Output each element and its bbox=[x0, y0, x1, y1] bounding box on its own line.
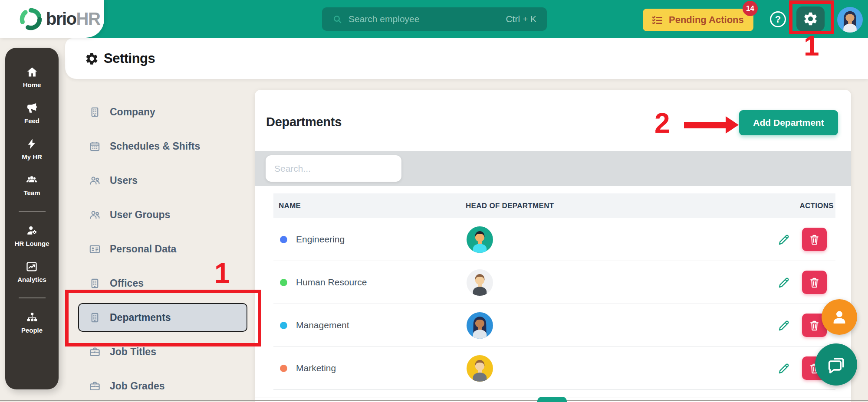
settings-menu-item-company[interactable]: Company bbox=[59, 95, 255, 129]
department-color-dot bbox=[280, 236, 287, 243]
settings-menu-item-label: Job Grades bbox=[110, 380, 165, 392]
settings-menu-item-users[interactable]: Users bbox=[59, 163, 255, 198]
edit-department-button[interactable] bbox=[777, 319, 791, 333]
pagination-button[interactable] bbox=[537, 397, 567, 402]
sidebar-item-label: Team bbox=[23, 189, 40, 196]
sidebar-item-icon bbox=[26, 174, 38, 186]
gear-icon bbox=[802, 11, 819, 27]
pencil-icon bbox=[777, 276, 791, 290]
settings-menu-item-departments[interactable]: Departments bbox=[78, 303, 247, 332]
department-search-input[interactable] bbox=[266, 155, 401, 182]
delete-department-button[interactable] bbox=[802, 228, 827, 251]
sidebar-item-my-hr[interactable]: My HR bbox=[22, 138, 42, 160]
departments-panel: Departments Add Department NAME HEAD OF … bbox=[255, 90, 851, 402]
pending-actions-count-badge: 14 bbox=[743, 1, 758, 16]
sidebar-item-label: Home bbox=[23, 81, 41, 88]
settings-menu-item-label: Personal Data bbox=[110, 243, 176, 255]
sidebar-item-feed[interactable]: Feed bbox=[24, 102, 39, 124]
trash-icon bbox=[809, 234, 820, 245]
brand-wordmark: brioHR bbox=[46, 0, 100, 38]
sidebar-item-icon bbox=[26, 138, 38, 150]
settings-menu-item-job-titles[interactable]: Job Titles bbox=[59, 335, 255, 369]
chat-widget-button[interactable] bbox=[815, 343, 857, 386]
settings-menu-item-offices[interactable]: Offices bbox=[59, 266, 255, 301]
employee-search-bar[interactable]: Ctrl + K bbox=[322, 7, 547, 31]
settings-menu-item-label: Offices bbox=[110, 278, 144, 289]
head-of-department-avatar[interactable] bbox=[467, 269, 493, 296]
sidebar-item-icon bbox=[26, 311, 38, 324]
head-of-department-avatar[interactable] bbox=[467, 355, 493, 382]
settings-menu: Company Schedules & Shifts Users User Gr… bbox=[59, 95, 255, 402]
settings-menu-item-icon bbox=[89, 243, 101, 255]
sidebar-divider bbox=[19, 297, 46, 298]
edit-department-button[interactable] bbox=[777, 362, 791, 376]
user-avatar[interactable] bbox=[837, 7, 863, 33]
department-color-dot bbox=[280, 322, 287, 329]
settings-menu-item-job-grades[interactable]: Job Grades bbox=[59, 369, 255, 402]
settings-menu-item-user-groups[interactable]: User Groups bbox=[59, 198, 255, 232]
department-name: Human Resource bbox=[296, 277, 367, 288]
sidebar-item-label: Analytics bbox=[17, 276, 46, 283]
department-row-human-resource: Human Resource bbox=[273, 261, 835, 304]
settings-menu-item-schedules-shifts[interactable]: Schedules & Shifts bbox=[59, 129, 255, 163]
department-name: Engineering bbox=[296, 234, 345, 245]
column-header-actions: ACTIONS bbox=[799, 202, 834, 210]
settings-menu-item-icon bbox=[89, 346, 101, 358]
settings-menu-item-label: Users bbox=[110, 175, 138, 186]
table-header-row: NAME HEAD OF DEPARTMENT ACTIONS bbox=[273, 193, 835, 218]
briohr-logo-icon bbox=[19, 7, 43, 31]
table-search-band bbox=[255, 151, 851, 186]
column-header-name: NAME bbox=[279, 202, 301, 210]
settings-menu-item-icon bbox=[89, 380, 101, 392]
settings-menu-item-label: Job Titles bbox=[110, 346, 156, 358]
department-row-management: Management bbox=[273, 304, 835, 347]
annotation-arrow-head bbox=[726, 116, 739, 134]
sidebar-item-people[interactable]: People bbox=[21, 311, 43, 334]
departments-table: NAME HEAD OF DEPARTMENT ACTIONS Engineer… bbox=[273, 193, 835, 390]
edit-department-button[interactable] bbox=[777, 276, 791, 290]
sidebar-item-icon bbox=[26, 261, 38, 273]
sidebar-item-team[interactable]: Team bbox=[23, 174, 40, 196]
department-name: Management bbox=[296, 320, 349, 330]
settings-menu-item-label: Schedules & Shifts bbox=[110, 141, 200, 152]
department-row-marketing: Marketing bbox=[273, 347, 835, 390]
department-name: Marketing bbox=[296, 363, 336, 373]
settings-menu-item-label: User Groups bbox=[110, 209, 170, 221]
checklist-icon bbox=[651, 14, 663, 26]
sidebar-item-label: People bbox=[21, 327, 43, 334]
question-mark-icon: ? bbox=[775, 14, 781, 25]
department-color-dot bbox=[280, 365, 287, 372]
help-button[interactable]: ? bbox=[770, 11, 786, 27]
profile-widget-button[interactable] bbox=[822, 299, 857, 335]
head-of-department-avatar[interactable] bbox=[467, 226, 493, 253]
trash-icon bbox=[809, 277, 820, 288]
briohr-app: Ctrl + K Pending Actions 14 ? brioHR Set… bbox=[0, 0, 868, 402]
settings-menu-item-personal-data[interactable]: Personal Data bbox=[59, 232, 255, 266]
person-icon bbox=[831, 308, 848, 326]
brand-logo[interactable]: brioHR bbox=[0, 0, 104, 38]
settings-menu-item-icon bbox=[89, 278, 101, 289]
sidebar-item-hr-lounge[interactable]: HR Lounge bbox=[15, 225, 49, 247]
sidebar-divider bbox=[19, 211, 46, 212]
settings-gear-title-icon bbox=[85, 52, 99, 66]
sidebar-item-analytics[interactable]: Analytics bbox=[17, 261, 46, 283]
delete-department-button[interactable] bbox=[802, 271, 827, 294]
edit-department-button[interactable] bbox=[777, 233, 791, 247]
pencil-icon bbox=[777, 362, 791, 376]
add-department-button[interactable]: Add Department bbox=[739, 110, 838, 135]
settings-menu-item-icon bbox=[89, 209, 101, 221]
pencil-icon bbox=[777, 319, 791, 333]
settings-gear-button[interactable] bbox=[796, 7, 825, 31]
sidebar-item-label: HR Lounge bbox=[15, 240, 49, 247]
department-color-dot bbox=[280, 279, 287, 286]
sidebar-item-icon bbox=[26, 66, 38, 78]
settings-menu-item-icon bbox=[89, 175, 101, 186]
sidebar-item-home[interactable]: Home bbox=[23, 66, 41, 88]
settings-menu-item-label: Departments bbox=[110, 312, 171, 324]
settings-menu-item-icon bbox=[89, 312, 101, 324]
settings-menu-item-icon bbox=[89, 106, 101, 118]
main-sidebar: Home Feed My HR Team HR Lounge Analytics… bbox=[5, 48, 59, 389]
employee-search-input[interactable] bbox=[349, 14, 506, 24]
head-of-department-avatar[interactable] bbox=[467, 312, 493, 339]
pending-actions-button[interactable]: Pending Actions bbox=[643, 9, 753, 31]
